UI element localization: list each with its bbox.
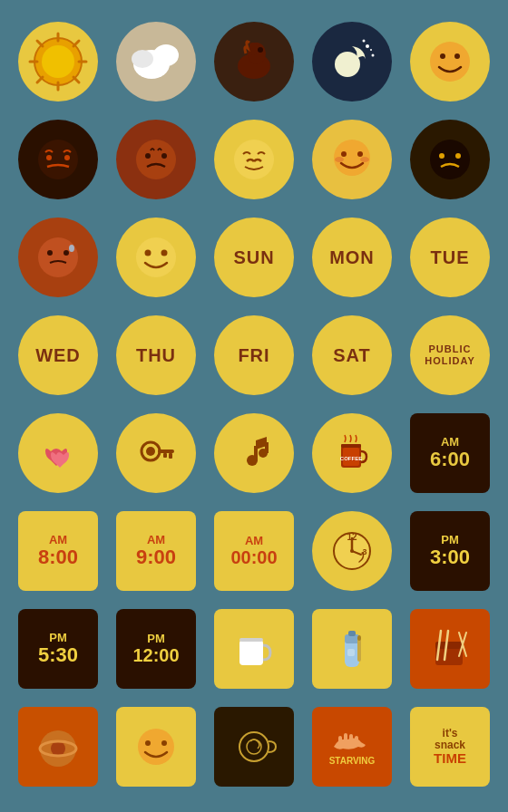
list-item[interactable]: it'ssnackTIME bbox=[405, 701, 495, 792]
svg-point-73 bbox=[357, 635, 361, 641]
svg-point-48 bbox=[146, 447, 155, 456]
svg-rect-90 bbox=[344, 733, 347, 744]
list-item[interactable] bbox=[111, 212, 201, 303]
svg-text:COFFEE: COFFEE bbox=[340, 456, 362, 461]
list-item[interactable] bbox=[111, 701, 201, 792]
list-item[interactable]: SAT bbox=[307, 310, 397, 401]
svg-line-9 bbox=[37, 77, 43, 82]
svg-rect-67 bbox=[239, 640, 263, 665]
list-item[interactable]: PM 5:30 bbox=[13, 604, 103, 694]
svg-point-29 bbox=[145, 153, 151, 159]
svg-line-6 bbox=[37, 41, 43, 46]
list-item[interactable]: AM 6:00 bbox=[405, 408, 495, 498]
svg-rect-92 bbox=[355, 736, 358, 744]
list-item[interactable] bbox=[405, 16, 495, 107]
svg-line-7 bbox=[73, 77, 79, 82]
svg-rect-49 bbox=[158, 450, 174, 453]
svg-rect-74 bbox=[347, 649, 355, 656]
svg-point-34 bbox=[357, 151, 363, 157]
svg-point-1 bbox=[42, 45, 74, 78]
svg-point-82 bbox=[51, 741, 65, 756]
svg-point-43 bbox=[69, 245, 74, 252]
list-item[interactable] bbox=[405, 114, 495, 205]
svg-point-20 bbox=[363, 40, 366, 43]
list-item[interactable]: AM 00:00 bbox=[209, 506, 299, 596]
svg-point-45 bbox=[145, 250, 151, 256]
svg-point-31 bbox=[234, 140, 274, 179]
svg-point-87 bbox=[239, 732, 269, 761]
svg-point-17 bbox=[335, 52, 360, 77]
list-item[interactable] bbox=[111, 408, 201, 498]
list-item[interactable]: PM 3:00 bbox=[405, 506, 495, 596]
svg-point-40 bbox=[38, 237, 78, 277]
svg-point-19 bbox=[372, 54, 375, 57]
svg-point-86 bbox=[161, 740, 167, 746]
list-item[interactable]: FRI bbox=[209, 310, 299, 401]
svg-point-65 bbox=[350, 549, 354, 553]
svg-rect-89 bbox=[338, 736, 342, 745]
list-item[interactable]: COFFEE bbox=[307, 408, 397, 498]
svg-rect-91 bbox=[349, 734, 353, 744]
svg-point-24 bbox=[454, 53, 460, 59]
svg-point-41 bbox=[47, 250, 53, 256]
svg-point-33 bbox=[341, 151, 347, 157]
svg-rect-58 bbox=[341, 444, 361, 448]
list-item[interactable] bbox=[13, 701, 103, 792]
svg-point-12 bbox=[132, 50, 153, 68]
svg-point-37 bbox=[430, 140, 470, 179]
svg-point-26 bbox=[46, 155, 52, 160]
svg-point-36 bbox=[360, 157, 369, 162]
svg-point-16 bbox=[258, 47, 263, 53]
svg-point-28 bbox=[136, 140, 176, 179]
list-item[interactable] bbox=[307, 16, 397, 107]
list-item[interactable] bbox=[209, 16, 299, 107]
list-item[interactable]: TUE bbox=[405, 212, 495, 303]
list-item[interactable] bbox=[405, 604, 495, 694]
svg-rect-72 bbox=[357, 638, 361, 662]
svg-rect-15 bbox=[249, 43, 257, 55]
svg-point-30 bbox=[161, 153, 167, 159]
list-item[interactable]: MON bbox=[307, 212, 397, 303]
svg-point-39 bbox=[455, 153, 461, 159]
list-item[interactable]: AM 8:00 bbox=[13, 506, 103, 596]
list-item[interactable]: WED bbox=[13, 310, 103, 401]
svg-point-42 bbox=[64, 250, 69, 256]
svg-point-38 bbox=[439, 153, 444, 159]
svg-point-11 bbox=[153, 44, 179, 66]
list-item[interactable] bbox=[307, 114, 397, 205]
svg-point-27 bbox=[64, 155, 70, 160]
list-item[interactable]: AM 9:00 bbox=[111, 506, 201, 596]
svg-point-21 bbox=[370, 49, 372, 51]
svg-rect-51 bbox=[163, 453, 167, 458]
list-item[interactable]: PM 12:00 bbox=[111, 604, 201, 694]
list-item[interactable] bbox=[13, 212, 103, 303]
list-item[interactable] bbox=[209, 408, 299, 498]
list-item[interactable] bbox=[307, 604, 397, 694]
svg-point-44 bbox=[136, 237, 176, 277]
emoji-grid: SUN MON TUE WED THU FRI SAT PUBLICHOLIDA… bbox=[5, 9, 503, 799]
list-item[interactable] bbox=[209, 114, 299, 205]
svg-point-46 bbox=[161, 250, 168, 256]
list-item[interactable] bbox=[13, 16, 103, 107]
svg-point-23 bbox=[440, 53, 445, 59]
svg-point-25 bbox=[38, 140, 78, 179]
list-item[interactable]: THU bbox=[111, 310, 201, 401]
list-item[interactable] bbox=[111, 16, 201, 107]
list-item[interactable] bbox=[13, 114, 103, 205]
svg-point-35 bbox=[335, 157, 344, 162]
list-item[interactable]: PUBLICHOLIDAY bbox=[405, 310, 495, 401]
svg-line-8 bbox=[73, 41, 79, 46]
svg-point-55 bbox=[259, 449, 268, 458]
svg-point-22 bbox=[430, 42, 470, 82]
svg-rect-68 bbox=[239, 638, 263, 642]
list-item[interactable] bbox=[111, 114, 201, 205]
list-item[interactable] bbox=[209, 604, 299, 694]
list-item[interactable]: STARVING bbox=[307, 701, 397, 792]
svg-point-85 bbox=[145, 740, 151, 746]
svg-point-53 bbox=[247, 455, 258, 466]
svg-point-84 bbox=[138, 729, 174, 765]
list-item[interactable] bbox=[13, 408, 103, 498]
list-item[interactable] bbox=[209, 701, 299, 792]
list-item[interactable]: SUN bbox=[209, 212, 299, 303]
list-item[interactable]: 12 3 bbox=[307, 506, 397, 596]
